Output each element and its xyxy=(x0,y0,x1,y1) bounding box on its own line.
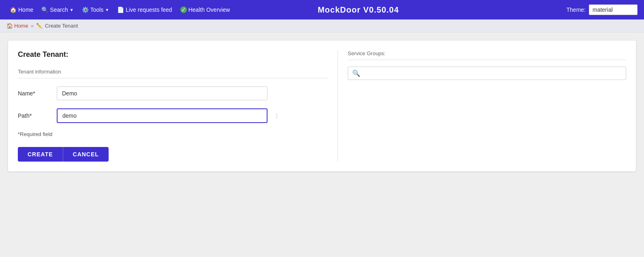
service-groups-title: Service Groups: xyxy=(348,50,626,60)
breadcrumb-separator: » xyxy=(31,23,34,29)
breadcrumb-current: Create Tenant xyxy=(45,23,78,29)
breadcrumb: 🏠 Home » ✏️ Create Tenant xyxy=(0,19,644,32)
breadcrumb-home-label: Home xyxy=(14,23,28,29)
breadcrumb-home-link[interactable]: 🏠 Home xyxy=(6,23,28,29)
live-requests-icon: 📄 xyxy=(117,6,124,13)
path-row: Path* ⋮ xyxy=(18,108,328,123)
path-drag-handle-icon: ⋮ xyxy=(274,112,280,119)
nav-tools[interactable]: ⚙️ Tools ▼ xyxy=(79,0,113,19)
tools-icon: ⚙️ xyxy=(82,6,89,13)
navbar: 🏠 Home 🔍 Search ▼ ⚙️ Tools ▼ 📄 Live requ… xyxy=(0,0,644,19)
search-chevron-icon: ▼ xyxy=(70,8,74,12)
name-input[interactable] xyxy=(57,86,267,100)
nav-live-requests[interactable]: 📄 Live requests feed xyxy=(114,0,175,19)
button-row: CREATE CANCEL xyxy=(18,147,328,162)
nav-home[interactable]: 🏠 Home xyxy=(6,0,36,19)
path-input[interactable] xyxy=(57,108,267,123)
theme-selector-area: Theme: material dark light ▼ xyxy=(567,4,638,15)
theme-select[interactable]: material dark light xyxy=(589,4,638,15)
nav-health-overview[interactable]: ✓ Health Overview xyxy=(177,0,233,19)
search-icon: 🔍 xyxy=(41,6,48,13)
left-panel: Create Tenant: Tenant information Name* … xyxy=(18,50,338,162)
service-groups-search-icon: 🔍 xyxy=(352,69,360,77)
path-label: Path* xyxy=(18,112,50,119)
cancel-button[interactable]: CANCEL xyxy=(63,147,109,162)
app-title: MockDoor V0.50.04 xyxy=(318,5,399,15)
nav-health-overview-label: Health Overview xyxy=(188,6,230,13)
required-field-text: *Required field xyxy=(18,131,328,137)
breadcrumb-home-icon: 🏠 xyxy=(6,23,13,29)
section-title: Tenant information xyxy=(18,69,328,78)
service-groups-search-box[interactable]: 🔍 xyxy=(348,67,626,80)
right-panel: Service Groups: 🔍 xyxy=(338,50,626,162)
service-groups-search-input[interactable] xyxy=(364,70,622,77)
home-icon: 🏠 xyxy=(10,6,17,13)
nav-live-requests-label: Live requests feed xyxy=(126,6,172,13)
nav-search-label: Search xyxy=(50,6,68,13)
card-title: Create Tenant: xyxy=(18,50,328,59)
breadcrumb-edit-icon: ✏️ xyxy=(36,23,43,29)
theme-label: Theme: xyxy=(567,6,586,13)
create-button[interactable]: CREATE xyxy=(18,147,63,162)
tools-chevron-icon: ▼ xyxy=(105,8,109,12)
nav-tools-label: Tools xyxy=(90,6,104,13)
nav-search[interactable]: 🔍 Search ▼ xyxy=(38,0,77,19)
nav-home-label: Home xyxy=(18,6,33,13)
create-tenant-card: Create Tenant: Tenant information Name* … xyxy=(8,41,636,171)
theme-select-wrapper[interactable]: material dark light ▼ xyxy=(589,4,638,15)
name-label: Name* xyxy=(18,90,50,97)
health-check-icon: ✓ xyxy=(180,6,187,13)
main-content: Create Tenant: Tenant information Name* … xyxy=(0,32,644,179)
name-row: Name* xyxy=(18,86,328,100)
